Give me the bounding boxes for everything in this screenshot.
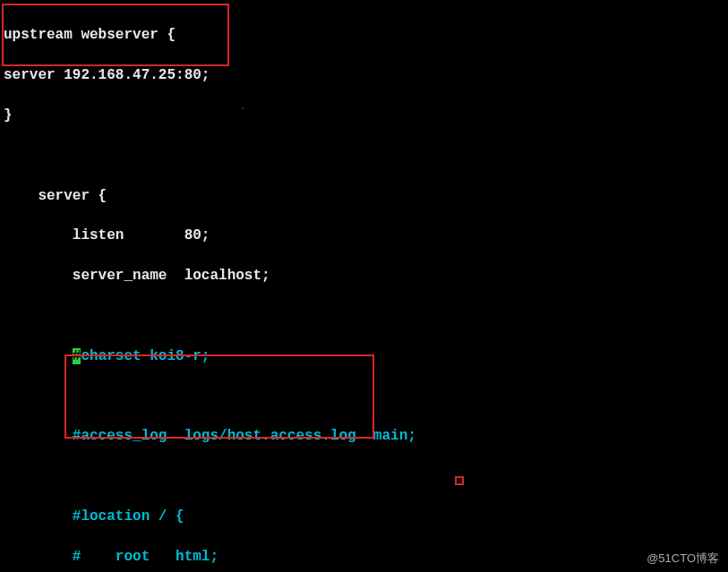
code-line: upstream webserver {: [4, 25, 724, 45]
code-line: [4, 466, 724, 486]
code-line-comment: # root html;: [4, 547, 724, 567]
annotation-dot: ·: [240, 103, 245, 115]
code-line: listen 80;: [4, 226, 724, 245]
code-line: #charset koi8-r;: [4, 346, 724, 366]
code-line: [4, 386, 724, 406]
indent: [4, 348, 73, 364]
code-line: server_name localhost;: [4, 266, 724, 286]
code-line-comment: #access_log logs/host.access.log main;: [4, 426, 724, 446]
code-line: server 192.168.47.25:80;: [4, 65, 724, 85]
code-editor[interactable]: upstream webserver { server 192.168.47.2…: [0, 0, 728, 572]
annotation-square: [455, 476, 464, 485]
code-line: [4, 146, 724, 166]
code-line: [4, 306, 724, 326]
cursor-highlight: #: [73, 348, 81, 364]
code-line: }: [4, 106, 724, 125]
watermark-text: @51CTO博客: [647, 551, 719, 567]
code-line: server {: [4, 186, 724, 206]
comment-text: charset koi8-r;: [81, 348, 210, 364]
code-line-comment: #location / {: [4, 507, 724, 526]
